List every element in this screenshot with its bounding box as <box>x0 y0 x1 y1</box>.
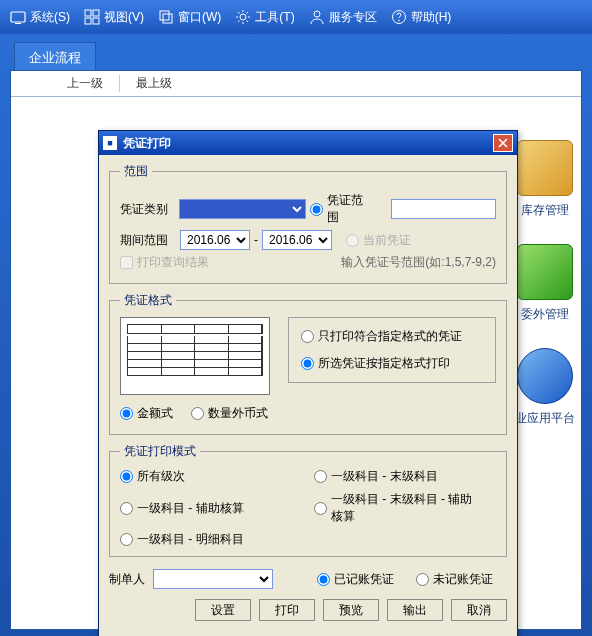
menubar: 系统(S) 视图(V) 窗口(W) 工具(T) 服务专区 帮助(H) <box>0 0 592 34</box>
mode-lvl1-leaf-radio[interactable]: 一级科目 - 末级科目 <box>314 468 482 485</box>
shortcut-outside-label: 委外管理 <box>521 306 569 323</box>
cancel-button[interactable]: 取消 <box>451 599 507 621</box>
current-voucher-radio: 当前凭证 <box>346 232 411 249</box>
shortcut-app[interactable]: 业应用平台 <box>515 339 575 427</box>
menu-help[interactable]: 帮助(H) <box>385 5 458 30</box>
menu-service-label: 服务专区 <box>329 9 377 26</box>
range-hint: 输入凭证号范围(如:1,5,7-9,2) <box>341 254 496 271</box>
menu-tools[interactable]: 工具(T) <box>229 5 300 30</box>
menu-tools-label: 工具(T) <box>255 9 294 26</box>
tab-main[interactable]: 企业流程 <box>14 42 96 70</box>
format-preview <box>120 317 270 395</box>
dialog-icon: ■ <box>103 136 117 150</box>
format-legend: 凭证格式 <box>120 292 176 309</box>
menu-view[interactable]: 视图(V) <box>78 5 150 30</box>
breadcrumb-up[interactable]: 上一级 <box>51 75 119 92</box>
menu-system[interactable]: 系统(S) <box>4 5 76 30</box>
menu-window[interactable]: 窗口(W) <box>152 5 227 30</box>
svg-point-11 <box>398 20 400 22</box>
svg-rect-6 <box>160 11 169 20</box>
tabbar: 企业流程 <box>0 34 592 70</box>
svg-rect-7 <box>163 14 172 23</box>
svg-rect-3 <box>93 10 99 16</box>
voucher-range-input[interactable] <box>391 199 496 219</box>
format-group: 凭证格式 只打印符合指定格式的凭证 所选凭证按指定格式打印 <box>109 292 507 435</box>
scope-group: 范围 凭证类别 凭证范围 期间范围 2016.06 - 2016.06 当前凭证… <box>109 163 507 284</box>
mode-lvl1-detail-radio[interactable]: 一级科目 - 明细科目 <box>120 531 288 548</box>
amount-radio[interactable]: 金额式 <box>120 405 173 422</box>
svg-rect-4 <box>85 18 91 24</box>
shortcut-inventory-label: 库存管理 <box>521 202 569 219</box>
qtyfx-radio[interactable]: 数量外币式 <box>191 405 268 422</box>
svg-rect-1 <box>15 23 21 24</box>
settings-button[interactable]: 设置 <box>195 599 251 621</box>
svg-rect-0 <box>11 12 25 22</box>
mode-lvl1-leaf-aux-radio[interactable]: 一级科目 - 末级科目 - 辅助核算 <box>314 491 482 525</box>
dialog-title: 凭证打印 <box>123 135 171 152</box>
maker-select[interactable] <box>153 569 273 589</box>
mode-group: 凭证打印模式 所有级次 一级科目 - 末级科目 一级科目 - 辅助核算 一级科目… <box>109 443 507 557</box>
menu-view-label: 视图(V) <box>104 9 144 26</box>
mode-lvl1-aux-radio[interactable]: 一级科目 - 辅助核算 <box>120 491 288 525</box>
shortcut-outside[interactable]: 委外管理 <box>515 235 575 323</box>
menu-system-label: 系统(S) <box>30 9 70 26</box>
mode-all-radio[interactable]: 所有级次 <box>120 468 288 485</box>
print-button[interactable]: 打印 <box>259 599 315 621</box>
preview-button[interactable]: 预览 <box>323 599 379 621</box>
only-match-radio[interactable]: 只打印符合指定格式的凭证 <box>301 328 469 345</box>
breadcrumb-top[interactable]: 最上级 <box>119 75 188 92</box>
globe-icon <box>517 348 573 404</box>
print-query-checkbox: 打印查询结果 <box>120 254 209 271</box>
house-icon <box>517 140 573 196</box>
by-format-radio[interactable]: 所选凭证按指定格式打印 <box>301 355 469 372</box>
svg-point-8 <box>240 14 246 20</box>
menu-service[interactable]: 服务专区 <box>303 5 383 30</box>
shortcut-inventory[interactable]: 库存管理 <box>515 131 575 219</box>
svg-rect-2 <box>85 10 91 16</box>
menu-help-label: 帮助(H) <box>411 9 452 26</box>
period-to-select[interactable]: 2016.06 <box>262 230 332 250</box>
period-from-select[interactable]: 2016.06 <box>180 230 250 250</box>
maker-label: 制单人 <box>109 571 145 588</box>
voucher-print-dialog: ■ 凭证打印 范围 凭证类别 凭证范围 期间范围 2016.06 - 2016.… <box>98 130 518 636</box>
category-select[interactable] <box>179 199 306 219</box>
mode-legend: 凭证打印模式 <box>120 443 200 460</box>
svg-point-9 <box>314 11 320 17</box>
dialog-titlebar[interactable]: ■ 凭证打印 <box>99 131 517 155</box>
output-button[interactable]: 输出 <box>387 599 443 621</box>
unposted-radio[interactable]: 未记账凭证 <box>416 571 493 588</box>
posted-radio[interactable]: 已记账凭证 <box>317 571 394 588</box>
scope-legend: 范围 <box>120 163 152 180</box>
breadcrumb: 上一级 最上级 <box>11 71 581 97</box>
arrow-right-icon <box>517 244 573 300</box>
close-button[interactable] <box>493 134 513 152</box>
shortcut-app-label: 业应用平台 <box>515 410 575 427</box>
period-label: 期间范围 <box>120 232 176 249</box>
category-label: 凭证类别 <box>120 201 175 218</box>
bg-shortcuts: 库存管理 委外管理 业应用平台 <box>515 131 575 427</box>
menu-window-label: 窗口(W) <box>178 9 221 26</box>
svg-rect-5 <box>93 18 99 24</box>
voucher-range-radio[interactable]: 凭证范围 <box>310 192 373 226</box>
